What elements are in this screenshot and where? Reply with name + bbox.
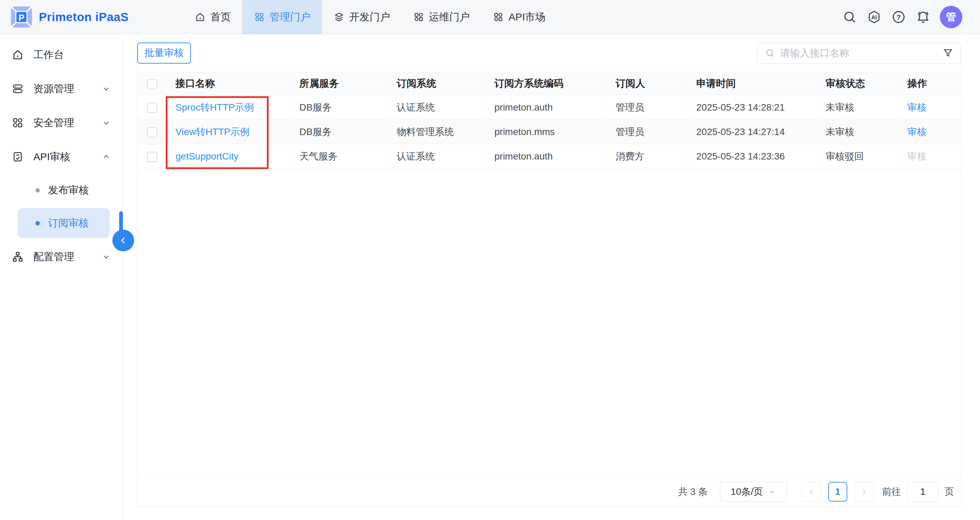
help-icon[interactable]: ?	[891, 9, 907, 25]
brand-logo-icon: P	[10, 6, 33, 28]
goto-label: 前往	[882, 485, 901, 498]
bullet-dot-icon	[35, 221, 40, 225]
nav-item-admin-portal[interactable]: 管理门户	[242, 0, 322, 34]
page-size-select[interactable]: 10条/页	[720, 482, 787, 502]
svg-text:AI: AI	[872, 14, 877, 21]
grid-icon	[493, 11, 504, 22]
header-actions: AI ? 管	[842, 0, 980, 34]
interface-name-link[interactable]: Sproc转HTTP示例	[176, 102, 254, 113]
audit-action-link[interactable]: 审核	[907, 127, 927, 137]
search-icon	[765, 48, 775, 59]
ai-icon[interactable]: AI	[866, 9, 882, 25]
grid-icon	[254, 11, 265, 22]
portal-nav: 首页 管理门户 开发门户 运维门户 API市场	[183, 0, 557, 34]
service-cell: DB服务	[291, 120, 388, 144]
col-header-subscriber: 订阅人	[607, 72, 688, 95]
sidebar-subitem-subscribe-audit[interactable]: 订阅审核	[18, 208, 110, 238]
prev-page-button[interactable]	[802, 482, 821, 502]
app-root: P Primeton iPaaS 首页 管理门户 开发门户 运维门户	[0, 0, 980, 520]
next-page-button[interactable]	[854, 482, 874, 502]
audit-icon	[11, 151, 24, 163]
sidebar-item-resource-mgmt[interactable]: 资源管理	[0, 72, 122, 106]
col-header-interface-name: 接口名称	[167, 72, 291, 95]
sidebar-item-security-mgmt[interactable]: 安全管理	[0, 106, 122, 140]
interface-name-link[interactable]: View转HTTP示例	[176, 127, 250, 137]
col-header-actions: 操作	[899, 72, 962, 95]
page-number-button[interactable]: 1	[828, 482, 847, 502]
col-header-subscribe-system: 订阅系统	[388, 72, 486, 95]
search-box	[757, 43, 961, 63]
sidebar-subitem-publish-audit[interactable]: 发布审核	[0, 174, 122, 207]
audit-action-link[interactable]: 审核	[907, 102, 927, 113]
filter-funnel-icon[interactable]	[942, 47, 954, 59]
system-code-cell: primeton.auth	[486, 144, 607, 169]
chevron-left-icon	[807, 488, 816, 496]
chevron-up-icon	[102, 152, 111, 161]
sidebar-item-api-audit[interactable]: API审核	[0, 140, 122, 174]
service-cell: 天气服务	[291, 144, 388, 169]
tree-icon	[11, 250, 24, 263]
subscribe-system-cell: 认证系统	[388, 95, 486, 120]
sidebar: 工作台 资源管理 安全管理 API审核 发布审核 订阅审核 配置管理	[0, 34, 123, 520]
subscriber-cell: 消费方	[607, 144, 688, 169]
nav-item-home[interactable]: 首页	[183, 0, 242, 34]
apply-time-cell: 2025-05-23 14:27:14	[688, 120, 817, 144]
nav-item-ops-portal[interactable]: 运维门户	[402, 0, 481, 34]
chevron-left-icon	[118, 235, 128, 246]
batch-audit-button[interactable]: 批量审核	[137, 43, 191, 63]
table-row: Sproc转HTTP示例 DB服务 认证系统 primeton.auth 管理员…	[137, 95, 962, 120]
subscriber-cell: 管理员	[607, 95, 688, 120]
table-header-row: 接口名称 所属服务 订阅系统 订阅方系统编码 订阅人 申请时间 审核状态 操作	[137, 72, 962, 95]
system-code-cell: primeton.mms	[486, 120, 607, 144]
col-header-system-code: 订阅方系统编码	[486, 72, 607, 95]
subscribe-system-cell: 物料管理系统	[388, 120, 486, 144]
goto-page-input[interactable]	[907, 482, 939, 502]
layers-icon	[334, 11, 344, 22]
chevron-down-icon	[768, 488, 776, 496]
row-checkbox[interactable]	[147, 127, 157, 137]
col-header-status: 审核状态	[817, 72, 899, 95]
apps-icon	[11, 117, 24, 129]
select-all-checkbox[interactable]	[147, 79, 157, 89]
brand-name: Primeton iPaaS	[39, 10, 129, 24]
row-checkbox[interactable]	[147, 152, 157, 162]
audit-action-link-disabled: 审核	[907, 151, 927, 162]
home-icon	[195, 11, 205, 22]
sidebar-item-config-mgmt[interactable]: 配置管理	[0, 240, 122, 274]
audit-table: 接口名称 所属服务 订阅系统 订阅方系统编码 订阅人 申请时间 审核状态 操作 …	[137, 72, 962, 169]
search-icon[interactable]	[842, 9, 858, 25]
server-icon	[11, 82, 24, 95]
pagination-bar: 共 3 条 10条/页 1 前往 页	[137, 477, 961, 506]
chevron-right-icon	[860, 488, 868, 496]
page-unit-label: 页	[945, 485, 954, 498]
table-row: View转HTTP示例 DB服务 物料管理系统 primeton.mms 管理员…	[137, 120, 962, 144]
sidebar-collapse-button[interactable]	[112, 230, 134, 251]
home-icon	[11, 49, 24, 61]
interface-name-link[interactable]: getSupportCity	[176, 151, 239, 162]
chevron-down-icon	[102, 84, 111, 93]
table-row: getSupportCity 天气服务 认证系统 primeton.auth 消…	[137, 144, 962, 169]
avatar[interactable]: 管	[940, 6, 962, 28]
brand: P Primeton iPaaS	[0, 0, 123, 34]
svg-text:?: ?	[897, 13, 901, 21]
bullet-dot-icon	[35, 188, 40, 192]
main-content: 批量审核 接口名称 所属服务 订阅系统 订阅方系统编码 订阅人 申请时间	[137, 34, 961, 506]
col-header-apply-time: 申请时间	[688, 72, 817, 95]
row-checkbox[interactable]	[147, 103, 157, 113]
top-header: P Primeton iPaaS 首页 管理门户 开发门户 运维门户	[0, 0, 980, 34]
subscribe-system-cell: 认证系统	[388, 144, 486, 169]
apply-time-cell: 2025-05-23 14:23:36	[688, 144, 817, 169]
apply-time-cell: 2025-05-23 14:28:21	[688, 95, 817, 120]
status-cell: 未审核	[817, 120, 899, 144]
bell-icon[interactable]	[915, 9, 931, 25]
sidebar-item-workbench[interactable]: 工作台	[0, 38, 122, 72]
status-cell: 未审核	[817, 95, 899, 120]
grid-icon	[413, 11, 424, 22]
svg-text:P: P	[18, 13, 24, 22]
nav-item-api-market[interactable]: API市场	[481, 0, 557, 34]
nav-item-dev-portal[interactable]: 开发门户	[322, 0, 402, 34]
system-code-cell: primeton.auth	[486, 95, 607, 120]
col-header-service: 所属服务	[291, 72, 388, 95]
chevron-down-icon	[102, 118, 111, 127]
search-input[interactable]	[780, 48, 937, 59]
